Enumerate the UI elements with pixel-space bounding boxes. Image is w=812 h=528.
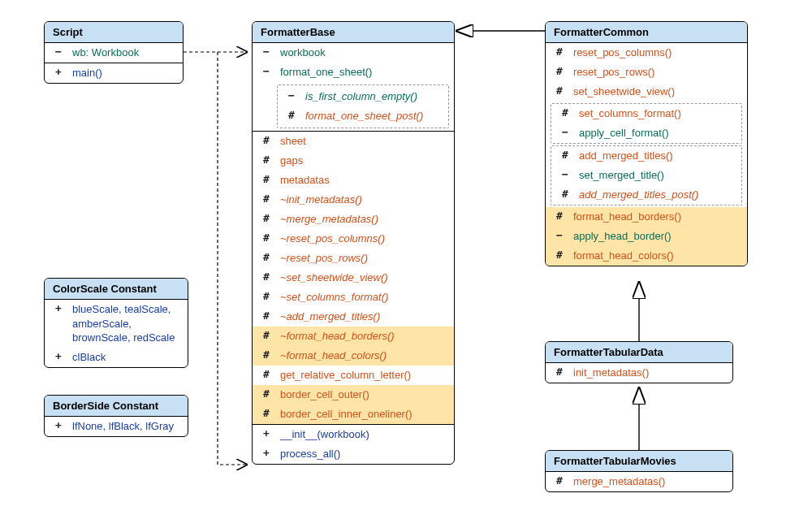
attr-row: workbook bbox=[253, 43, 454, 63]
op-label: merge_metadatas() bbox=[573, 474, 724, 489]
class-body: init_metadatas() bbox=[546, 363, 732, 383]
visibility-protected-icon bbox=[559, 188, 571, 200]
op-row: __init__(workbook) bbox=[253, 425, 454, 444]
op-label: process_all() bbox=[280, 447, 446, 461]
op-label: ~add_merged_titles() bbox=[280, 309, 446, 324]
class-script: Script wb: Workbook main() bbox=[44, 21, 184, 84]
op-row: format_one_sheet() bbox=[253, 63, 454, 82]
op-row: add_merged_titles() bbox=[551, 146, 741, 166]
visibility-public-icon bbox=[53, 66, 64, 78]
op-row: set_columns_format() bbox=[551, 104, 741, 123]
op-row: merge_metadatas() bbox=[546, 472, 732, 491]
op-label: sheet bbox=[280, 134, 446, 149]
op-label: apply_cell_format() bbox=[579, 126, 733, 141]
class-formatter-common: FormatterCommon reset_pos_columns()reset… bbox=[545, 21, 748, 266]
op-row: set_merged_title() bbox=[551, 166, 741, 185]
class-title: FormatterTabularMovies bbox=[546, 451, 732, 472]
op-label: format_head_borders() bbox=[573, 210, 739, 224]
op-label: border_cell_inner_oneliner() bbox=[280, 407, 446, 422]
op-label: reset_pos_columns() bbox=[573, 45, 739, 60]
op-row: reset_pos_columns() bbox=[546, 43, 747, 63]
op-label: __init__(workbook) bbox=[280, 427, 446, 442]
class-formatter-tabular-movies: FormatterTabularMovies merge_metadatas() bbox=[545, 450, 733, 492]
class-private-section: workbook format_one_sheet() is_first_col… bbox=[253, 43, 454, 132]
nested-group: set_columns_format()apply_cell_format() bbox=[551, 103, 742, 144]
visibility-protected-icon bbox=[261, 193, 272, 205]
op-label: ~format_head_colors() bbox=[280, 348, 446, 363]
op-row: ~init_metadatas() bbox=[253, 190, 454, 210]
visibility-private-icon bbox=[53, 45, 64, 58]
op-row: apply_head_border() bbox=[546, 227, 747, 246]
visibility-protected-icon bbox=[261, 329, 272, 341]
class-attributes: lfNone, lfBlack, lfGray bbox=[45, 417, 188, 436]
op-row: metadatas bbox=[253, 171, 454, 190]
class-attributes: wb: Workbook bbox=[45, 43, 183, 63]
class-title: FormatterTabularData bbox=[546, 342, 732, 363]
op-row: sheet bbox=[253, 132, 454, 151]
visibility-protected-icon bbox=[261, 290, 272, 302]
dependency-arrow bbox=[218, 52, 247, 465]
attr-label: clBlack bbox=[72, 350, 179, 365]
attr-label: blueScale, tealScale, amberScale, brownS… bbox=[72, 302, 179, 345]
op-row: border_cell_inner_oneliner() bbox=[253, 405, 454, 424]
visibility-protected-icon bbox=[261, 212, 272, 224]
op-row: format_head_colors() bbox=[546, 246, 747, 266]
visibility-protected-icon bbox=[261, 270, 272, 283]
visibility-public-icon bbox=[53, 419, 64, 431]
visibility-protected-icon bbox=[554, 474, 565, 487]
op-row: init_metadatas() bbox=[546, 363, 732, 383]
visibility-protected-icon bbox=[261, 407, 272, 419]
attr-label: workbook bbox=[280, 45, 446, 60]
op-label: format_one_sheet_post() bbox=[305, 109, 440, 123]
visibility-protected-icon bbox=[286, 109, 297, 121]
visibility-protected-icon bbox=[554, 84, 565, 97]
op-label: ~merge_metadatas() bbox=[280, 212, 446, 227]
visibility-private-icon bbox=[554, 229, 565, 241]
class-body: merge_metadatas() bbox=[546, 472, 732, 491]
op-label: ~set_sheetwide_view() bbox=[280, 270, 446, 285]
op-label: get_relative_column_letter() bbox=[280, 368, 446, 383]
op-row: set_sheetwide_view() bbox=[546, 82, 747, 102]
op-label: format_one_sheet() bbox=[280, 65, 446, 80]
op-row: ~reset_pos_columns() bbox=[253, 229, 454, 249]
visibility-protected-icon bbox=[554, 366, 565, 378]
nested-group: add_merged_titles()set_merged_title()add… bbox=[551, 145, 742, 206]
class-operations: main() bbox=[45, 63, 183, 83]
visibility-protected-icon bbox=[554, 210, 565, 222]
op-row: ~merge_metadatas() bbox=[253, 210, 454, 229]
visibility-private-icon bbox=[286, 89, 297, 102]
op-label: set_merged_title() bbox=[579, 168, 733, 183]
class-body: reset_pos_columns()reset_pos_rows()set_s… bbox=[546, 43, 747, 266]
uml-diagram: Script wb: Workbook main() ColorScale Co… bbox=[0, 0, 812, 528]
class-title: Script bbox=[45, 22, 183, 43]
op-label: border_cell_outer() bbox=[280, 387, 446, 402]
attr-row: wb: Workbook bbox=[45, 43, 183, 63]
op-row: ~format_head_borders() bbox=[253, 327, 454, 346]
visibility-protected-icon bbox=[554, 65, 565, 77]
op-row: ~reset_pos_rows() bbox=[253, 249, 454, 268]
class-colorscale: ColorScale Constant blueScale, tealScale… bbox=[44, 278, 188, 368]
visibility-protected-icon bbox=[261, 348, 272, 361]
visibility-protected-icon bbox=[554, 45, 565, 58]
op-label: gaps bbox=[280, 154, 446, 168]
op-label: main() bbox=[72, 66, 175, 80]
visibility-protected-icon bbox=[559, 106, 571, 119]
op-row: ~format_head_colors() bbox=[253, 346, 454, 366]
op-label: ~format_head_borders() bbox=[280, 329, 446, 344]
visibility-private-icon bbox=[261, 65, 272, 77]
visibility-public-icon bbox=[53, 302, 64, 314]
visibility-public-icon bbox=[261, 447, 272, 459]
visibility-private-icon bbox=[261, 45, 272, 58]
op-row: ~set_columns_format() bbox=[253, 288, 454, 307]
visibility-protected-icon bbox=[261, 154, 272, 166]
visibility-protected-icon bbox=[261, 309, 272, 322]
op-label: add_merged_titles_post() bbox=[579, 188, 733, 202]
op-label: metadatas bbox=[280, 173, 446, 188]
op-label: ~set_columns_format() bbox=[280, 290, 446, 305]
class-formatter-tabular-data: FormatterTabularData init_metadatas() bbox=[545, 341, 733, 383]
op-label: init_metadatas() bbox=[573, 366, 724, 380]
op-row: process_all() bbox=[253, 444, 454, 464]
attr-label: lfNone, lfBlack, lfGray bbox=[72, 419, 179, 434]
visibility-public-icon bbox=[261, 427, 272, 439]
op-row: main() bbox=[45, 63, 183, 83]
